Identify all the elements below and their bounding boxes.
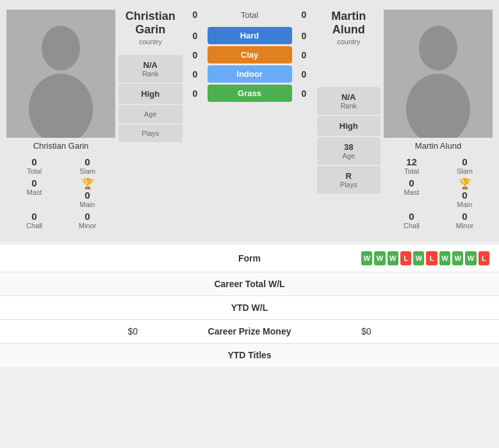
right-high-block: High <box>317 116 381 136</box>
career-total-row: Career Total W/L <box>0 272 499 296</box>
total-left-score: 0 <box>186 10 205 20</box>
hard-row: 0 Hard 0 <box>186 27 314 44</box>
form-badge-w: W <box>361 251 372 265</box>
indoor-row: 0 Indoor 0 <box>186 65 314 83</box>
right-trophy-icon-cell: 🏆 0 Main <box>439 178 490 208</box>
form-label: Form <box>138 253 361 263</box>
ytd-wl-row: YTD W/L <box>0 296 499 320</box>
form-badge-w: W <box>439 251 450 265</box>
total-row: 0 Total 0 <box>186 10 314 20</box>
form-badge-l: L <box>426 251 437 265</box>
left-high-block: High <box>119 84 183 104</box>
left-age-block: Age <box>119 105 183 123</box>
prize-label: Career Prize Money <box>138 326 361 336</box>
left-player-wrapper: Christian Garin 0 Total 0 Slam 0 Mast 🏆 … <box>6 10 115 232</box>
left-stats-grid: 0 Total 0 Slam 0 Mast 🏆 0 Main 0 <box>6 154 115 232</box>
right-plays-block: R Plays <box>317 166 381 194</box>
form-badge-w: W <box>452 251 463 265</box>
left-trophy-icon-cell: 🏆 0 Main <box>62 178 113 208</box>
left-player-photo <box>6 10 115 138</box>
left-info-card: Christian Garin country N/A Rank High Ag… <box>119 10 183 232</box>
right-rank-block: N/A Rank <box>317 87 381 115</box>
form-badge-w: W <box>413 251 424 265</box>
ytd-titles-row: YTD Titles <box>0 344 499 367</box>
left-stat-chall: 0 Chall <box>9 211 60 229</box>
grass-right-score: 0 <box>295 88 314 99</box>
career-total-label: Career Total W/L <box>138 279 361 289</box>
form-badge-l: L <box>400 251 411 265</box>
indoor-left-score: 0 <box>186 69 205 79</box>
right-stat-minor: 0 Minor <box>439 211 490 229</box>
right-age-block: 38 Age <box>317 137 381 165</box>
right-stat-mast: 0 Mast <box>386 178 437 208</box>
left-rank-block: N/A Rank <box>119 55 183 83</box>
form-badge-w: W <box>374 251 385 265</box>
right-stats-grid: 12 Total 0 Slam 0 Mast 🏆 0 Main 0 <box>384 154 493 232</box>
right-player-header: Martin Alund country <box>317 10 381 46</box>
left-stat-slam: 0 Slam <box>62 156 113 175</box>
ytd-wl-label: YTD W/L <box>138 303 361 313</box>
grass-left-score: 0 <box>186 88 205 99</box>
left-trophy-icon: 🏆 <box>81 178 94 189</box>
clay-button[interactable]: Clay <box>208 46 292 63</box>
center-section: 0 Total 0 0 Hard 0 0 Clay 0 0 Indoor 0 <box>186 10 314 232</box>
left-player-name: Christian Garin <box>6 138 115 154</box>
left-plays-block: Plays <box>119 124 183 142</box>
left-player-header: Christian Garin country <box>119 10 183 46</box>
right-player-wrapper: Martin Alund 12 Total 0 Slam 0 Mast 🏆 0 <box>384 10 493 232</box>
prize-right: $0 <box>361 326 489 336</box>
form-badge-l: L <box>479 251 489 265</box>
right-header-name: Martin Alund <box>317 10 381 37</box>
left-header-name: Christian Garin <box>119 10 183 37</box>
total-right-score: 0 <box>295 10 314 20</box>
prize-left: $0 <box>10 326 138 336</box>
hard-left-score: 0 <box>186 31 205 41</box>
form-badges-container: WWWLWLWWWL <box>361 251 489 265</box>
indoor-button[interactable]: Indoor <box>208 65 292 83</box>
form-row: Form WWWLWLWWWL <box>0 245 499 272</box>
total-label: Total <box>208 10 292 20</box>
svg-point-4 <box>419 26 457 71</box>
player-comparison: Christian Garin 0 Total 0 Slam 0 Mast 🏆 … <box>0 0 499 242</box>
clay-left-score: 0 <box>186 50 205 60</box>
left-stat-total: 0 Total <box>9 156 60 175</box>
hard-button[interactable]: Hard <box>208 27 292 44</box>
right-stat-chall: 0 Chall <box>386 211 437 229</box>
left-country: country <box>119 38 183 46</box>
left-info-blocks: N/A Rank High Age Plays <box>119 55 183 142</box>
bottom-section: Form WWWLWLWWWL Career Total W/L YTD W/L… <box>0 245 499 367</box>
hard-right-score: 0 <box>295 31 314 41</box>
right-trophy-icon: 🏆 <box>459 178 471 189</box>
ytd-titles-label: YTD Titles <box>138 350 361 360</box>
main-container: Christian Garin 0 Total 0 Slam 0 Mast 🏆 … <box>0 0 499 367</box>
grass-row: 0 Grass 0 <box>186 85 314 102</box>
right-stat-total: 12 Total <box>386 156 437 175</box>
left-stat-mast: 0 Mast <box>9 178 60 208</box>
grass-button[interactable]: Grass <box>208 85 292 102</box>
prize-row: $0 Career Prize Money $0 <box>0 320 499 344</box>
form-badge-w: W <box>388 251 398 265</box>
svg-point-1 <box>42 26 80 71</box>
right-player-photo <box>384 10 493 138</box>
form-badge-w: W <box>465 251 476 265</box>
form-badges: WWWLWLWWWL <box>361 251 489 265</box>
right-player-name: Martin Alund <box>384 138 493 154</box>
clay-row: 0 Clay 0 <box>186 46 314 63</box>
indoor-right-score: 0 <box>295 69 314 79</box>
right-info-card: Martin Alund country N/A Rank High 38 Ag… <box>317 10 381 232</box>
right-stat-slam: 0 Slam <box>439 156 490 175</box>
clay-right-score: 0 <box>295 50 314 60</box>
right-country: country <box>317 38 381 46</box>
right-info-blocks: N/A Rank High 38 Age R Plays <box>317 87 381 194</box>
left-stat-minor: 0 Minor <box>62 211 113 229</box>
